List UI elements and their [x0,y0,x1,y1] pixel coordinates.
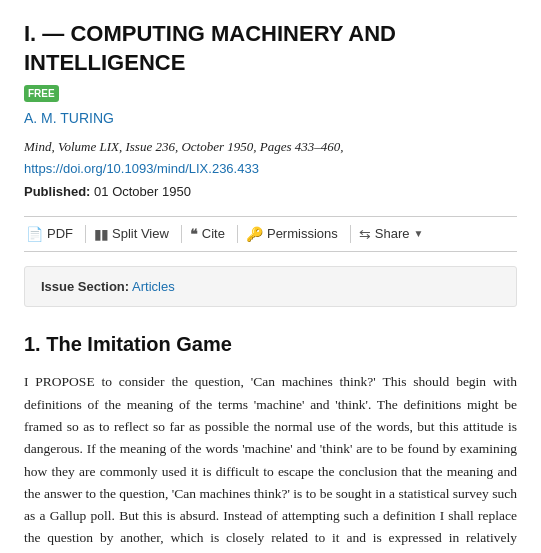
citation-info: Mind, Volume LIX, Issue 236, October 195… [24,137,517,157]
separator-4 [350,225,351,243]
pdf-label: PDF [47,226,73,241]
separator-1 [85,225,86,243]
separator-3 [237,225,238,243]
permissions-button[interactable]: 🔑 Permissions [240,224,348,244]
permissions-icon: 🔑 [246,226,263,242]
split-view-label: Split View [112,226,169,241]
section-heading: 1. The Imitation Game [24,329,517,359]
article-toolbar: 📄 PDF ▮▮ Split View ❝ Cite 🔑 Permissions… [24,216,517,252]
pdf-button[interactable]: 📄 PDF [24,224,83,244]
share-button[interactable]: ⇆ Share ▼ [353,224,434,244]
issue-section-label: Issue Section: [41,279,129,294]
body-first-word: I PROPOSE [24,374,95,389]
published-label: Published: [24,184,90,199]
article-body: I PROPOSE to consider the question, 'Can… [24,371,517,553]
separator-2 [181,225,182,243]
pdf-icon: 📄 [26,226,43,242]
cite-button[interactable]: ❝ Cite [184,224,235,244]
published-line: Published: 01 October 1950 [24,182,517,202]
body-rest: to consider the question, 'Can machines … [24,374,517,553]
share-chevron-icon: ▼ [413,228,423,239]
permissions-label: Permissions [267,226,338,241]
split-view-button[interactable]: ▮▮ Split View [88,224,179,244]
free-badge: FREE [24,85,59,102]
issue-section-box: Issue Section: Articles [24,266,517,308]
doi-link[interactable]: https://doi.org/10.1093/mind/LIX.236.433 [24,159,517,179]
split-view-icon: ▮▮ [94,226,108,242]
published-date: 01 October 1950 [90,184,190,199]
share-icon: ⇆ [359,226,371,242]
cite-label: Cite [202,226,225,241]
share-label: Share [375,226,410,241]
author-link[interactable]: A. M. TURING [24,108,517,129]
issue-section-value[interactable]: Articles [132,279,175,294]
article-title: I. — COMPUTING MACHINERY AND INTELLIGENC… [24,20,517,77]
cite-icon: ❝ [190,226,198,242]
